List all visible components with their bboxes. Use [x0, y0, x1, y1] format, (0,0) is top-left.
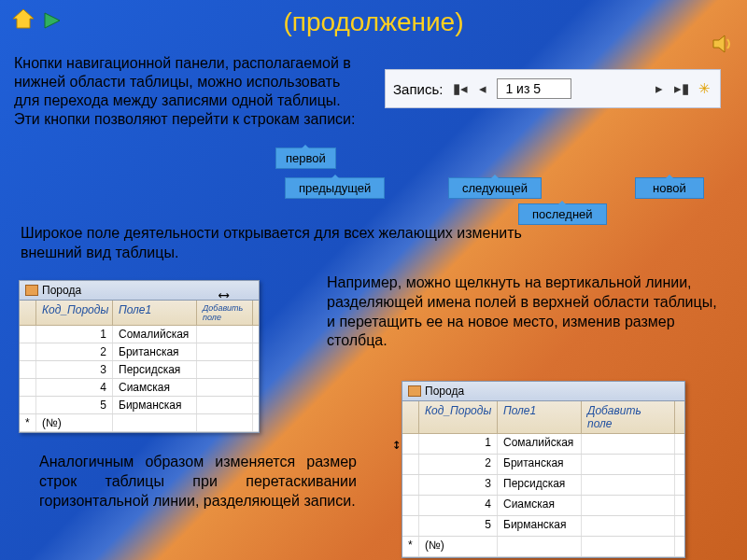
table-icon	[408, 385, 421, 397]
col-field1-2[interactable]: Поле1	[498, 401, 582, 433]
callout-next: следующей	[448, 177, 542, 199]
col-add-2[interactable]: Добавить поле	[582, 401, 675, 433]
new-row-ph-2: (№)	[419, 537, 498, 556]
new-record-button[interactable]: ✳	[696, 79, 712, 98]
col-add[interactable]: Добавить поле	[197, 301, 253, 325]
table-icon	[25, 285, 38, 296]
resize-cursor-vertical: ↕	[392, 435, 402, 453]
table-row[interactable]: 2Британская	[402, 455, 684, 475]
paragraph-nav-intro: Кнопки навигационной панели, располагаем…	[14, 54, 359, 129]
table-titlebar-2: Порода	[402, 382, 684, 401]
table-row[interactable]: 1Сомалийская	[402, 434, 684, 455]
table-row[interactable]: 4Сиамская	[402, 496, 684, 516]
record-label: Запись:	[393, 81, 443, 97]
callout-prev: предыдущей	[285, 177, 385, 199]
table-row[interactable]: 3Персидская	[402, 475, 684, 496]
paragraph-column-resize: Например, можно щелкнуть на вертикальной…	[327, 273, 719, 351]
record-position-box[interactable]: 1 из 5	[497, 78, 571, 99]
callout-last: последней	[518, 203, 607, 225]
table-title-2: Порода	[425, 385, 464, 398]
next-record-button[interactable]: ▸	[651, 79, 668, 98]
col-id-2[interactable]: Код_Породы	[419, 401, 498, 433]
record-nav-panel: Запись: ▮◂ ◂ 1 из 5 ▸ ▸▮ ✳	[385, 69, 721, 108]
last-record-button[interactable]: ▸▮	[673, 79, 690, 98]
table-row[interactable]: 5Бирманская	[20, 397, 259, 414]
paragraph-row-resize: Аналогичным образом изменяется размер ст…	[39, 453, 357, 511]
page-title: (продолжение)	[0, 7, 747, 37]
table-large: Порода Код_Породы Поле1 Добавить поле 1С…	[402, 381, 685, 558]
first-record-button[interactable]: ▮◂	[452, 79, 469, 98]
table-title: Порода	[42, 284, 81, 297]
table-row[interactable]: 1Сомалийская	[20, 326, 259, 343]
col-id[interactable]: Код_Породы	[36, 301, 113, 325]
callout-new: новой	[635, 177, 704, 199]
new-row-ph: (№)	[36, 414, 113, 431]
paragraph-wide-field: Широкое поле деятельности открывается дл…	[21, 224, 543, 263]
svg-marker-2	[713, 35, 725, 52]
table-row[interactable]: 3Персидская	[20, 361, 259, 379]
col-field1[interactable]: Поле1	[113, 301, 197, 325]
table-row[interactable]: 4Сиамская	[20, 379, 259, 397]
table-row[interactable]: 5Бирманская	[402, 516, 684, 537]
prev-record-button[interactable]: ◂	[474, 79, 491, 98]
table-row[interactable]: 2Британская	[20, 343, 259, 361]
callout-first: первой	[275, 147, 336, 169]
resize-cursor-horizontal: ⟷	[219, 286, 229, 303]
